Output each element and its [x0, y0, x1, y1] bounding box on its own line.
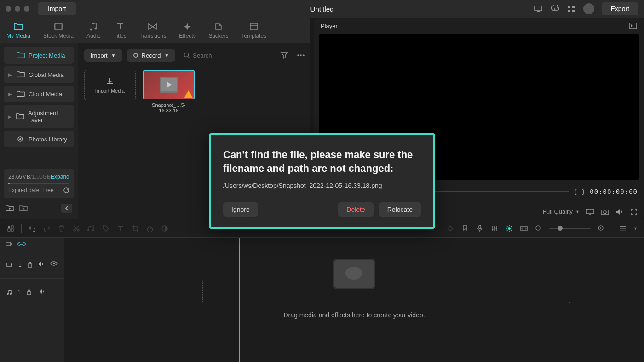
avatar[interactable]: [583, 3, 594, 14]
tab-transitions[interactable]: Transitions: [133, 18, 172, 43]
svg-rect-1: [537, 11, 540, 12]
playhead[interactable]: [239, 238, 240, 362]
title-bar: Import Untitled Export: [0, 0, 644, 18]
visibility-icon[interactable]: [50, 261, 58, 269]
snapshot-icon[interactable]: [601, 209, 609, 215]
undo-icon[interactable]: [28, 224, 36, 233]
tab-stickers[interactable]: Stickers: [202, 18, 235, 43]
volume-icon[interactable]: [615, 208, 624, 216]
import-dropdown[interactable]: Import ▼: [84, 49, 122, 62]
zoom-in-icon[interactable]: [597, 224, 605, 233]
text-icon: [115, 22, 125, 32]
relocate-button[interactable]: Relocate: [379, 202, 421, 217]
render-icon[interactable]: [505, 224, 513, 233]
close-window-button[interactable]: [6, 6, 11, 12]
scrub-bar[interactable]: [426, 191, 569, 192]
sidebar-item-label: Cloud Media: [29, 91, 62, 98]
warning-icon: [184, 90, 193, 98]
record-dropdown[interactable]: Record ▼: [127, 49, 176, 62]
minimize-window-button[interactable]: [15, 6, 20, 12]
record-icon: [133, 53, 138, 58]
svg-rect-52: [620, 226, 626, 227]
zoom-out-icon[interactable]: [535, 224, 543, 233]
chevron-down-icon: ▼: [111, 53, 116, 58]
fullscreen-icon[interactable]: [630, 208, 638, 216]
sidebar-item-label: Adjustment Layer: [28, 110, 69, 123]
lock-icon[interactable]: [26, 289, 34, 296]
sidebar-item-project-media[interactable]: Project Media: [4, 47, 74, 64]
track-view-icon[interactable]: [619, 224, 627, 233]
lock-icon[interactable]: [27, 261, 33, 269]
audio-track-header[interactable]: 1: [0, 278, 64, 306]
expand-link[interactable]: Expand: [51, 174, 69, 180]
import-button[interactable]: Import: [38, 2, 76, 15]
svg-rect-26: [586, 209, 594, 214]
ignore-button[interactable]: Ignore: [223, 202, 258, 217]
timecode-duration: 00:00:00:00: [590, 188, 638, 195]
zoom-slider[interactable]: [549, 228, 591, 229]
media-clip[interactable]: Snapshot_…5-16.33.18: [143, 70, 195, 113]
search-icon: [184, 52, 190, 58]
import-media-card[interactable]: Import Media: [84, 70, 136, 100]
maximize-window-button[interactable]: [24, 6, 29, 12]
select-tool-icon[interactable]: [6, 224, 15, 233]
export-button[interactable]: Export: [602, 2, 638, 15]
sidebar-item-photos-library[interactable]: Photos Library: [4, 131, 74, 147]
svg-point-58: [53, 263, 55, 264]
zoom-fit-icon[interactable]: [520, 224, 528, 233]
player-settings-icon[interactable]: [628, 22, 638, 29]
tab-label: Audio: [86, 33, 101, 39]
svg-point-18: [298, 54, 299, 56]
video-track-header[interactable]: 1: [0, 251, 64, 278]
mixer-icon[interactable]: [490, 224, 499, 233]
timeline-canvas[interactable]: Drag media and effects here to create yo…: [64, 238, 644, 362]
refresh-icon[interactable]: [63, 187, 69, 193]
voiceover-icon[interactable]: [476, 224, 484, 233]
collapse-sidebar-button[interactable]: [61, 204, 72, 213]
search-input[interactable]: [193, 52, 270, 59]
svg-rect-3: [572, 6, 575, 8]
more-icon[interactable]: [295, 53, 307, 58]
sidebar-item-label: Project Media: [29, 52, 65, 59]
zoom-handle[interactable]: [558, 226, 563, 231]
svg-rect-53: [620, 228, 626, 229]
mute-icon[interactable]: [39, 289, 46, 296]
media-sidebar: Project Media ▶ Global Media ▶ Cloud Med…: [0, 43, 78, 219]
svg-rect-32: [8, 229, 10, 231]
mark-in-icon[interactable]: {: [574, 188, 577, 195]
cloud-download-icon[interactable]: [550, 4, 559, 13]
svg-point-59: [7, 293, 9, 295]
sidebar-item-global-media[interactable]: ▶ Global Media: [4, 66, 74, 83]
svg-rect-40: [448, 226, 453, 231]
tab-templates[interactable]: Templates: [235, 18, 273, 43]
tab-effects[interactable]: Effects: [172, 18, 202, 43]
gear-icon: [17, 135, 25, 143]
drop-zone[interactable]: [202, 280, 570, 303]
add-track-icon[interactable]: [6, 241, 13, 247]
mark-out-icon[interactable]: }: [581, 188, 585, 195]
tab-label: Transitions: [139, 33, 166, 39]
svg-point-37: [92, 229, 94, 231]
svg-rect-8: [61, 23, 62, 30]
tab-my-media[interactable]: My Media: [0, 18, 37, 43]
track-number: 1: [17, 289, 21, 296]
marker-icon[interactable]: [461, 224, 469, 233]
new-folder-icon[interactable]: [6, 204, 14, 212]
delete-button[interactable]: Delete: [338, 202, 373, 217]
chevron-down-icon[interactable]: ▼: [633, 226, 638, 231]
sidebar-item-adjustment-layer[interactable]: ▶ Adjustment Layer: [4, 105, 74, 128]
tab-titles[interactable]: Titles: [107, 18, 133, 43]
filter-icon[interactable]: [278, 50, 290, 61]
folder-x-icon[interactable]: [19, 204, 28, 212]
sidebar-item-cloud-media[interactable]: ▶ Cloud Media: [4, 86, 74, 102]
device-icon[interactable]: [534, 4, 543, 13]
window-controls: [6, 6, 29, 12]
tab-stock-media[interactable]: Stock Media: [37, 18, 80, 43]
download-icon: [105, 77, 115, 86]
link-icon[interactable]: [17, 242, 26, 246]
grid-icon[interactable]: [567, 4, 576, 13]
mute-icon[interactable]: [38, 261, 45, 269]
display-icon[interactable]: [586, 209, 594, 215]
tab-audio[interactable]: Audio: [80, 18, 107, 43]
quality-dropdown[interactable]: Full Quality ▼: [543, 208, 580, 215]
